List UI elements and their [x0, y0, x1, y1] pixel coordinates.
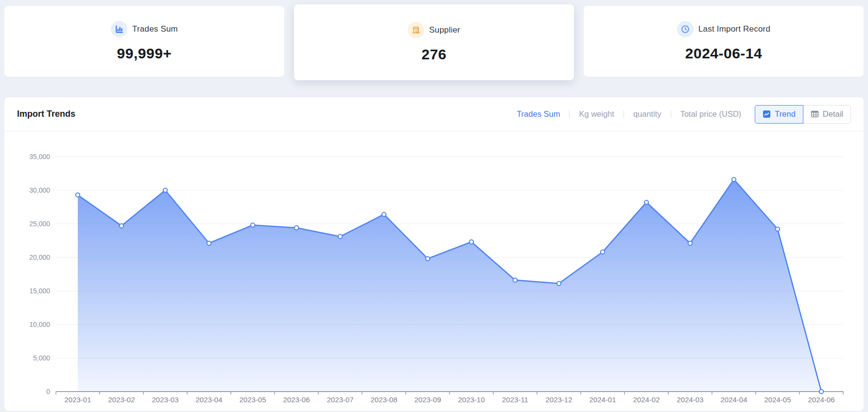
y-axis-label: 20,000 — [29, 253, 50, 261]
data-point-marker[interactable] — [120, 224, 123, 228]
bar-chart-icon — [111, 21, 127, 37]
supplier-label: Supplier — [429, 25, 460, 35]
tab-trades-sum[interactable]: Trades Sum — [516, 107, 561, 121]
tab-kg-weight[interactable]: Kg weight — [578, 107, 615, 121]
y-axis-label: 0 — [46, 388, 50, 395]
x-axis-label: 2023-03 — [152, 395, 178, 404]
y-axis-label: 10,000 — [29, 321, 50, 328]
y-axis-label: 15,000 — [29, 287, 50, 295]
supplier-card[interactable]: Supplier 276 — [294, 4, 574, 80]
last-import-record-value: 2024-06-14 — [685, 45, 762, 62]
data-point-marker[interactable] — [644, 200, 648, 204]
data-point-marker[interactable] — [819, 390, 823, 394]
last-import-record-card[interactable]: Last Import Record 2024-06-14 — [584, 6, 864, 77]
x-axis-label: 2023-10 — [458, 395, 485, 404]
table-icon — [811, 110, 819, 118]
data-point-marker[interactable] — [688, 241, 692, 245]
trend-chart-area: 05,00010,00015,00020,00025,00030,00035,0… — [4, 131, 864, 407]
trend-view-button[interactable]: Trend — [755, 105, 803, 124]
tab-separator — [624, 110, 624, 118]
data-point-marker[interactable] — [557, 282, 561, 286]
x-axis-label: 2024-04 — [720, 395, 747, 404]
page-title: Import Trends — [17, 109, 75, 119]
y-axis-label: 5,000 — [33, 354, 50, 362]
data-point-marker[interactable] — [163, 188, 167, 192]
x-axis-label: 2023-06 — [283, 395, 310, 404]
x-axis-label: 2024-01 — [589, 395, 616, 404]
trades-sum-card[interactable]: Trades Sum 99,999+ — [4, 6, 284, 77]
view-toggle: Trend Detail — [755, 105, 851, 124]
x-axis-label: 2023-02 — [108, 395, 135, 404]
detail-view-button[interactable]: Detail — [803, 105, 851, 124]
y-axis-label: 25,000 — [29, 220, 50, 228]
data-point-marker[interactable] — [776, 227, 780, 231]
x-axis-label: 2023-07 — [327, 395, 353, 404]
x-axis-label: 2023-05 — [239, 395, 266, 404]
trades-sum-label: Trades Sum — [132, 24, 178, 34]
import-trends-panel: Import Trends Trades Sum Kg weight quant… — [4, 97, 864, 411]
x-axis-label: 2023-09 — [414, 395, 441, 404]
x-axis-label: 2024-06 — [808, 395, 834, 404]
clock-icon — [677, 21, 694, 37]
data-point-marker[interactable] — [732, 178, 736, 181]
tab-separator — [569, 110, 570, 118]
data-point-marker[interactable] — [295, 226, 298, 230]
trades-sum-value: 99,999+ — [117, 45, 172, 62]
trend-icon — [763, 110, 771, 118]
trend-button-label: Trend — [775, 109, 796, 119]
tab-quantity[interactable]: quantity — [632, 107, 662, 121]
x-axis-label: 2024-02 — [633, 395, 660, 404]
x-axis-label: 2024-03 — [677, 395, 703, 404]
supplier-value: 276 — [421, 46, 447, 63]
shop-icon — [408, 22, 424, 38]
y-axis-label: 35,000 — [29, 153, 50, 161]
data-point-marker[interactable] — [251, 223, 255, 227]
panel-header: Import Trends Trades Sum Kg weight quant… — [4, 97, 864, 131]
detail-button-label: Detail — [823, 109, 843, 119]
data-point-marker[interactable] — [207, 241, 211, 245]
x-axis-label: 2023-12 — [545, 395, 572, 404]
x-axis-label: 2023-04 — [195, 395, 222, 404]
data-point-marker[interactable] — [76, 193, 80, 197]
data-point-marker[interactable] — [382, 212, 386, 216]
x-axis-label: 2023-11 — [502, 395, 528, 404]
y-axis-label: 30,000 — [29, 186, 50, 194]
stat-cards-row: Trades Sum 99,999+ Supplier 276 — [4, 0, 864, 83]
area-fill — [78, 179, 821, 392]
metric-tabs: Trades Sum Kg weight quantity Total pric… — [516, 107, 742, 121]
tab-separator — [671, 110, 671, 118]
data-point-marker[interactable] — [513, 278, 517, 282]
x-axis-label: 2023-01 — [64, 395, 91, 404]
tab-total-price-usd[interactable]: Total price (USD) — [679, 107, 743, 121]
data-point-marker[interactable] — [469, 240, 473, 244]
data-point-marker[interactable] — [426, 257, 430, 261]
x-axis-label: 2024-05 — [764, 395, 791, 404]
x-axis-label: 2023-08 — [370, 395, 397, 404]
trend-chart[interactable]: 05,00010,00015,00020,00025,00030,00035,0… — [14, 136, 854, 405]
last-import-record-label: Last Import Record — [698, 24, 770, 34]
data-point-marker[interactable] — [338, 234, 342, 238]
data-point-marker[interactable] — [601, 250, 605, 254]
